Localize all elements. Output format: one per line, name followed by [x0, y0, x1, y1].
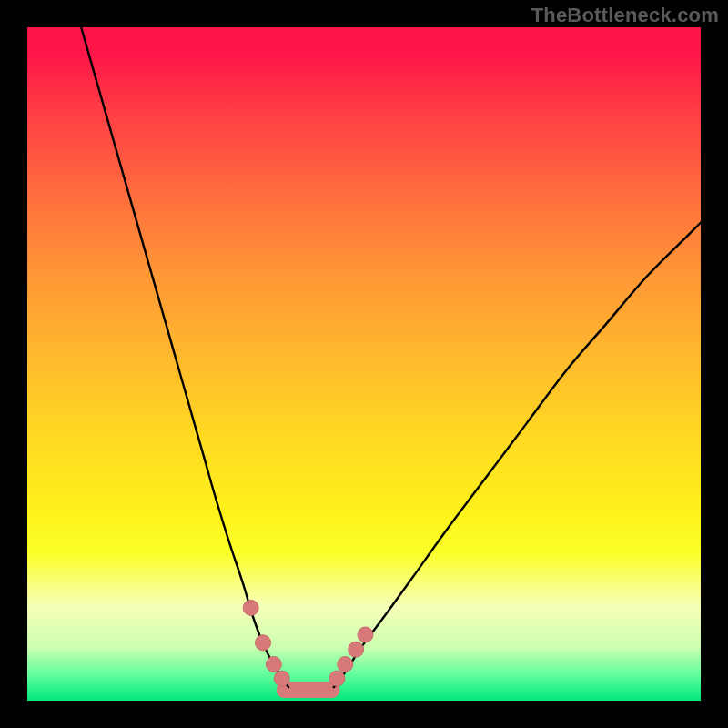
curve-marker	[349, 642, 364, 657]
curve-marker	[266, 657, 281, 672]
curve-marker	[358, 627, 373, 642]
chart-frame: TheBottleneck.com	[0, 0, 728, 728]
curve-marker	[329, 671, 345, 686]
curve-marker	[338, 657, 353, 672]
chart-svg	[27, 27, 701, 701]
left-curve	[81, 27, 288, 687]
curve-marker	[243, 600, 258, 615]
right-curve	[334, 223, 701, 688]
curve-marker	[274, 671, 289, 686]
watermark-text: TheBottleneck.com	[531, 4, 719, 27]
curve-marker	[256, 635, 271, 651]
plot-area	[27, 27, 701, 701]
